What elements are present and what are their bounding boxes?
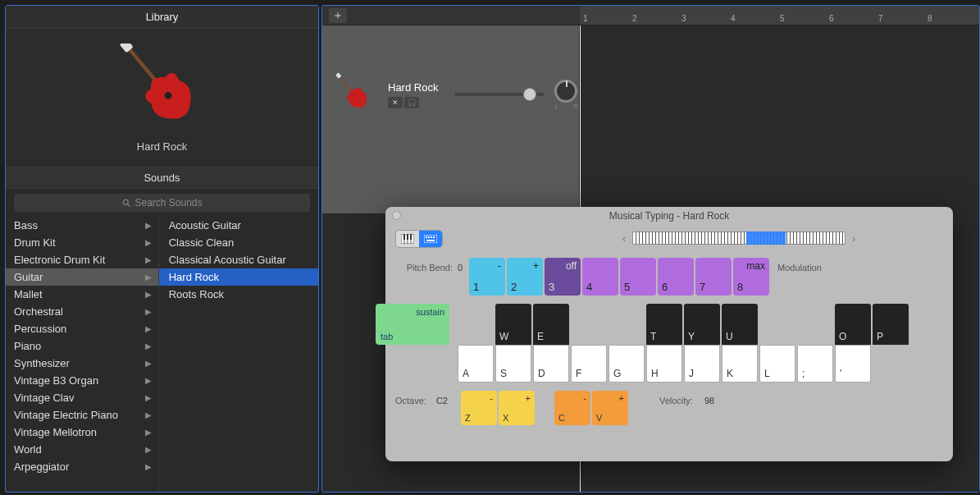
svg-rect-15 xyxy=(426,236,427,238)
velocity-key[interactable]: -C xyxy=(554,391,590,425)
white-key[interactable]: L xyxy=(759,345,795,383)
pitch-bend-label: Pitch Bend: xyxy=(395,258,453,273)
preset-item[interactable]: Acoustic Guitar xyxy=(159,217,318,234)
black-key[interactable]: Y xyxy=(684,304,720,345)
track-icon xyxy=(330,71,378,118)
black-key[interactable]: O xyxy=(835,304,871,345)
category-list: Bass▶Drum Kit▶Electronic Drum Kit▶Guitar… xyxy=(6,217,159,492)
mt-titlebar[interactable]: Musical Typing - Hard Rock xyxy=(385,207,953,225)
library-columns: Bass▶Drum Kit▶Electronic Drum Kit▶Guitar… xyxy=(6,217,318,492)
timeline-number: 4 xyxy=(731,14,780,25)
piano-icon xyxy=(401,234,414,244)
range-right-arrow[interactable]: › xyxy=(852,232,855,245)
white-key[interactable]: J xyxy=(684,345,720,383)
piano-view-tab[interactable] xyxy=(396,231,419,247)
preset-item[interactable]: Classic Clean xyxy=(159,234,318,251)
category-item[interactable]: Vintage Mellotron▶ xyxy=(6,424,158,441)
timeline-ruler[interactable]: 12345678 xyxy=(580,6,979,25)
pan-knob[interactable] xyxy=(554,80,577,103)
mod-key[interactable]: off3 xyxy=(545,258,581,296)
sustain-label: sustain xyxy=(381,307,444,317)
search-input[interactable]: Search Sounds xyxy=(14,194,310,212)
volume-thumb[interactable] xyxy=(523,88,536,101)
mod-key[interactable]: 4 xyxy=(582,258,618,296)
timeline-number: 5 xyxy=(780,14,829,25)
black-key[interactable]: E xyxy=(533,304,569,345)
timeline-number: 3 xyxy=(681,14,731,25)
category-item[interactable]: Piano▶ xyxy=(6,337,158,355)
white-key[interactable]: F xyxy=(571,345,607,383)
black-key[interactable]: T xyxy=(646,304,682,345)
white-key[interactable]: D xyxy=(533,345,569,383)
svg-rect-11 xyxy=(403,234,405,240)
preset-item[interactable]: Roots Rock xyxy=(159,286,318,303)
add-track-button[interactable]: ＋ xyxy=(329,8,347,23)
solo-button[interactable]: 🎧 xyxy=(404,97,419,108)
mini-keyboard[interactable] xyxy=(632,231,846,245)
category-item[interactable]: Orchestral▶ xyxy=(6,303,158,320)
musical-typing-window: Musical Typing - Hard Rock ‹ › Pitch Ben… xyxy=(385,207,953,461)
white-key[interactable]: A xyxy=(458,345,494,383)
black-key[interactable]: P xyxy=(873,304,909,345)
track-name: Hard Rock xyxy=(388,81,438,94)
black-key[interactable]: W xyxy=(495,304,531,345)
library-preview: Hard Rock xyxy=(6,29,318,167)
category-item[interactable]: Synthesizer▶ xyxy=(6,355,158,372)
velocity-label: Velocity: xyxy=(659,391,693,406)
svg-rect-16 xyxy=(428,236,430,238)
octave-key[interactable]: -Z xyxy=(461,391,497,425)
pitch-bend-zero: 0 xyxy=(458,258,464,273)
svg-rect-14 xyxy=(424,235,437,243)
track-header[interactable]: Hard Rock ✕ 🎧 LR xyxy=(322,25,580,214)
mod-key[interactable]: 6 xyxy=(658,258,694,296)
typing-view-tab[interactable] xyxy=(419,231,442,247)
timeline-number: 2 xyxy=(632,14,681,25)
volume-slider[interactable] xyxy=(454,93,545,96)
preset-item[interactable]: Classical Acoustic Guitar xyxy=(159,251,318,268)
close-button[interactable] xyxy=(392,211,401,220)
svg-rect-12 xyxy=(407,234,408,240)
range-left-arrow[interactable]: ‹ xyxy=(622,232,626,245)
octave-keys: -Z+X xyxy=(461,391,535,425)
category-item[interactable]: Arpeggiator▶ xyxy=(6,458,158,475)
white-key[interactable]: S xyxy=(495,345,531,383)
keyboard-icon xyxy=(424,235,437,243)
black-key[interactable]: U xyxy=(722,304,758,345)
velocity-value: 98 xyxy=(704,391,714,406)
octave-key[interactable]: +X xyxy=(499,391,535,425)
category-item[interactable]: Vintage Electric Piano▶ xyxy=(6,406,158,424)
mod-key[interactable]: +2 xyxy=(507,258,543,296)
white-key[interactable]: G xyxy=(609,345,645,383)
mute-button[interactable]: ✕ xyxy=(388,97,403,108)
category-item[interactable]: Mallet▶ xyxy=(6,286,158,303)
pitch-mod-row: Pitch Bend: 0 -1+2off34567max8 Modulatio… xyxy=(395,258,943,296)
range-selection[interactable] xyxy=(746,231,786,245)
category-item[interactable]: Percussion▶ xyxy=(6,320,158,337)
category-item[interactable]: Drum Kit▶ xyxy=(6,234,158,251)
preset-item[interactable]: Hard Rock xyxy=(159,268,318,286)
white-key[interactable]: ' xyxy=(835,345,871,383)
pitch-mod-keys: -1+2off34567max8 xyxy=(469,258,769,296)
search-placeholder: Search Sounds xyxy=(134,197,202,209)
category-item[interactable]: Bass▶ xyxy=(6,217,158,234)
category-item[interactable]: Guitar▶ xyxy=(6,268,158,286)
white-key[interactable]: H xyxy=(646,345,682,383)
svg-rect-19 xyxy=(426,240,435,241)
mod-key[interactable]: 7 xyxy=(695,258,732,296)
mod-key[interactable]: -1 xyxy=(469,258,505,296)
category-item[interactable]: Electronic Drum Kit▶ xyxy=(6,251,158,268)
category-item[interactable]: World▶ xyxy=(6,441,158,458)
library-panel: Library Hard Rock Sounds Search Sounds B… xyxy=(5,5,319,493)
mod-key[interactable]: max8 xyxy=(733,258,769,296)
pan-left-label: L xyxy=(554,103,558,109)
category-item[interactable]: Vintage B3 Organ▶ xyxy=(6,372,158,389)
white-key[interactable]: K xyxy=(722,345,758,383)
typing-keyboard: sustain tab WETYUOP ASDFGHJKL;' xyxy=(395,304,943,384)
white-key[interactable]: ; xyxy=(797,345,833,383)
category-item[interactable]: Vintage Clav▶ xyxy=(6,389,158,406)
sustain-key[interactable]: sustain tab xyxy=(376,304,449,345)
library-preview-name: Hard Rock xyxy=(137,140,187,153)
mt-title: Musical Typing - Hard Rock xyxy=(609,210,730,222)
mod-key[interactable]: 5 xyxy=(620,258,656,296)
velocity-key[interactable]: +V xyxy=(592,391,628,425)
